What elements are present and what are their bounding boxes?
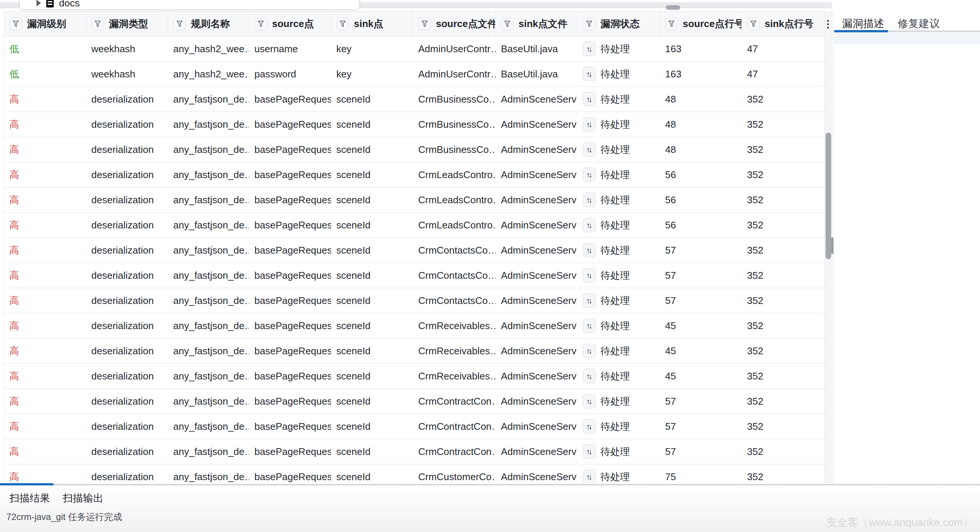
cell-sink-point: sceneId bbox=[331, 137, 413, 162]
status-change-button[interactable]: ↑↓ bbox=[583, 168, 596, 182]
cell-sink-file: AdminSceneServ… bbox=[496, 87, 578, 111]
vertical-scrollbar-thumb[interactable] bbox=[826, 133, 831, 259]
cell-source-file: CrmContractCon… bbox=[413, 414, 496, 439]
cell-source-point: basePageRequest bbox=[249, 364, 331, 389]
status-change-button[interactable]: ↑↓ bbox=[583, 67, 596, 81]
table-row[interactable]: 高 deserialization any_fastjson_de… baseP… bbox=[4, 87, 824, 112]
table-row[interactable]: 高 deserialization any_fastjson_de… baseP… bbox=[4, 439, 824, 464]
tab-fix-suggestion[interactable]: 修复建议 bbox=[898, 16, 940, 31]
cell-sink-line: 352 bbox=[742, 137, 824, 162]
cell-vuln-type: deserialization bbox=[86, 338, 168, 363]
table-row[interactable]: 高 deserialization any_fastjson_de… baseP… bbox=[4, 389, 824, 414]
column-filter-button[interactable] bbox=[665, 17, 678, 30]
cell-source-point: basePageRequest bbox=[249, 313, 331, 338]
status-change-button[interactable]: ↑↓ bbox=[583, 369, 596, 383]
cell-level: 高 bbox=[4, 364, 86, 389]
tab-scan-results[interactable]: 扫描结果 bbox=[10, 491, 50, 505]
table-row[interactable]: 高 deserialization any_fastjson_de… baseP… bbox=[4, 187, 824, 213]
column-label: sink点 bbox=[354, 17, 383, 30]
cell-sink-file: AdminSceneServ… bbox=[496, 338, 578, 363]
status-change-button[interactable]: ↑↓ bbox=[583, 344, 596, 358]
chevron-right-icon[interactable] bbox=[37, 0, 41, 6]
cell-sink-point: sceneId bbox=[331, 213, 413, 237]
column-label: sink点文件 bbox=[519, 17, 567, 30]
column-filter-button[interactable] bbox=[10, 17, 22, 30]
table-row[interactable]: 高 deserialization any_fastjson_de… baseP… bbox=[4, 137, 824, 162]
table-row[interactable]: 高 deserialization any_fastjson_de… baseP… bbox=[4, 213, 824, 238]
column-header: 漏洞级别 bbox=[4, 12, 86, 36]
cell-status: ↑↓ 待处理 bbox=[578, 187, 660, 212]
status-change-button[interactable]: ↑↓ bbox=[583, 268, 596, 283]
funnel-icon bbox=[13, 21, 19, 27]
column-filter-button[interactable] bbox=[91, 17, 104, 30]
cell-source-point: basePageRequest bbox=[249, 414, 331, 439]
table-row[interactable]: 高 deserialization any_fastjson_de… baseP… bbox=[4, 364, 824, 389]
tree-item-docs[interactable]: docs bbox=[20, 0, 359, 10]
cell-sink-line: 352 bbox=[742, 112, 824, 137]
table-row[interactable]: 高 deserialization any_fastjson_de… baseP… bbox=[4, 338, 824, 364]
status-change-button[interactable]: ↑↓ bbox=[583, 243, 596, 257]
status-change-button[interactable]: ↑↓ bbox=[583, 218, 596, 232]
cell-source-line: 57 bbox=[660, 288, 742, 313]
cell-sink-line: 352 bbox=[742, 313, 824, 338]
column-filter-button[interactable] bbox=[501, 17, 514, 30]
cell-level: 高 bbox=[4, 187, 86, 212]
status-change-button[interactable]: ↑↓ bbox=[583, 419, 596, 434]
status-change-button[interactable]: ↑↓ bbox=[583, 193, 596, 207]
cell-source-line: 163 bbox=[660, 62, 742, 86]
column-label: source点 bbox=[272, 17, 314, 30]
cell-source-line: 57 bbox=[660, 389, 742, 414]
cell-source-line: 75 bbox=[660, 464, 742, 483]
cell-source-point: basePageRequest bbox=[249, 213, 331, 237]
status-change-button[interactable]: ↑↓ bbox=[583, 42, 596, 56]
column-filter-button[interactable] bbox=[418, 17, 431, 30]
table-row[interactable]: 高 deserialization any_fastjson_de… baseP… bbox=[4, 238, 824, 263]
column-header: sink点 bbox=[331, 12, 413, 36]
table-row[interactable]: 高 deserialization any_fastjson_de… baseP… bbox=[4, 162, 824, 187]
status-text: 待处理 bbox=[600, 194, 630, 206]
cell-sink-line: 352 bbox=[742, 439, 824, 464]
table-row[interactable]: 高 deserialization any_fastjson_de… baseP… bbox=[4, 288, 824, 313]
tab-scan-output[interactable]: 扫描输出 bbox=[63, 491, 103, 505]
cell-sink-file: BaseUtil.java bbox=[496, 37, 578, 61]
table-row[interactable]: 高 deserialization any_fastjson_de… baseP… bbox=[4, 414, 824, 439]
column-header: 漏洞类型 bbox=[86, 12, 168, 36]
column-label: 漏洞级别 bbox=[27, 17, 66, 30]
column-filter-button[interactable] bbox=[336, 17, 349, 30]
status-change-button[interactable]: ↑↓ bbox=[583, 117, 596, 132]
table-options-button[interactable] bbox=[825, 17, 830, 30]
column-filter-button[interactable] bbox=[747, 17, 760, 30]
cell-sink-point: sceneId bbox=[331, 187, 413, 212]
cell-vuln-type: deserialization bbox=[86, 439, 168, 464]
status-text: 待处理 bbox=[600, 420, 630, 433]
funnel-icon bbox=[258, 21, 264, 27]
bottom-panel: 扫描结果 扫描输出 72crm-java_git 任务运行完成 安全客（www.… bbox=[0, 485, 980, 532]
status-text: 待处理 bbox=[600, 345, 630, 358]
status-change-button[interactable]: ↑↓ bbox=[583, 142, 596, 157]
task-status-text: 72crm-java_git 任务运行完成 bbox=[6, 511, 122, 523]
cell-sink-point: sceneId bbox=[331, 162, 413, 187]
status-change-button[interactable]: ↑↓ bbox=[583, 319, 596, 333]
tab-vuln-description[interactable]: 漏洞描述 bbox=[842, 16, 884, 31]
status-change-button[interactable]: ↑↓ bbox=[583, 394, 596, 408]
status-change-button[interactable]: ↑↓ bbox=[583, 294, 596, 308]
table-row[interactable]: 高 deserialization any_fastjson_de… baseP… bbox=[4, 313, 824, 338]
column-label: source点文件 bbox=[436, 17, 496, 30]
status-change-button[interactable]: ↑↓ bbox=[583, 445, 596, 459]
cell-sink-point: sceneId bbox=[331, 313, 413, 338]
column-filter-button[interactable] bbox=[255, 17, 267, 30]
column-filter-button[interactable] bbox=[173, 17, 186, 30]
table-row[interactable]: 低 weekhash any_hash2_wee… username key A… bbox=[4, 37, 824, 62]
column-filter-button[interactable] bbox=[583, 17, 596, 30]
cell-source-file: CrmContactsCo… bbox=[413, 263, 496, 288]
table-row[interactable]: 高 deserialization any_fastjson_de… baseP… bbox=[4, 464, 824, 483]
column-header: 漏洞状态 bbox=[578, 12, 660, 36]
cell-status: ↑↓ 待处理 bbox=[578, 112, 660, 137]
table-body: 低 weekhash any_hash2_wee… username key A… bbox=[4, 37, 824, 483]
table-row[interactable]: 高 deserialization any_fastjson_de… baseP… bbox=[4, 112, 824, 137]
status-change-button[interactable]: ↑↓ bbox=[583, 470, 596, 483]
table-row[interactable]: 低 weekhash any_hash2_wee… password key A… bbox=[4, 62, 824, 87]
table-row[interactable]: 高 deserialization any_fastjson_de… baseP… bbox=[4, 263, 824, 288]
top-horizontal-scrollbar-thumb[interactable] bbox=[666, 5, 680, 10]
status-change-button[interactable]: ↑↓ bbox=[583, 92, 596, 106]
